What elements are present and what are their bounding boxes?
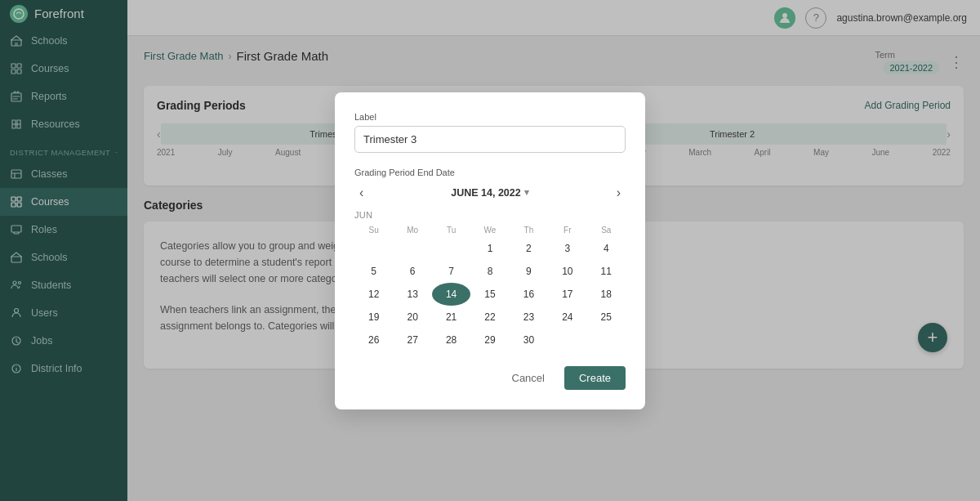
cal-header-mo: Mo — [393, 223, 431, 237]
calendar-day-20[interactable]: 20 — [393, 306, 431, 329]
calendar-day-17[interactable]: 17 — [548, 283, 586, 306]
calendar-day-21[interactable]: 21 — [432, 306, 470, 329]
calendar-day-18[interactable]: 18 — [587, 283, 626, 306]
cal-header-th: Th — [510, 223, 548, 237]
calendar-day-28[interactable]: 28 — [432, 329, 470, 351]
modal-dialog: Label Grading Period End Date ‹ JUNE 14,… — [335, 92, 645, 409]
calendar-day-29[interactable]: 29 — [470, 329, 509, 351]
calendar-day-12[interactable]: 12 — [354, 283, 393, 306]
calendar-month-label: JUNE 14, 2022 ▾ — [451, 187, 528, 199]
calendar-day-19[interactable]: 19 — [354, 306, 393, 329]
cal-header-sa: Sa — [587, 223, 626, 237]
calendar-day-30[interactable]: 30 — [510, 329, 548, 351]
label-input[interactable] — [354, 126, 626, 153]
calendar-day-6[interactable]: 6 — [393, 260, 431, 283]
calendar-day-11[interactable]: 11 — [587, 260, 626, 283]
label-field-label: Label — [354, 112, 626, 122]
create-button[interactable]: Create — [564, 366, 626, 390]
calendar-day-15[interactable]: 15 — [470, 283, 509, 306]
calendar-day-26[interactable]: 26 — [354, 329, 393, 351]
calendar-day-5[interactable]: 5 — [354, 260, 393, 283]
calendar-day-10[interactable]: 10 — [548, 260, 586, 283]
cal-header-we: We — [470, 223, 509, 237]
calendar-day-4[interactable]: 4 — [587, 237, 626, 260]
calendar-header: ‹ JUNE 14, 2022 ▾ › — [354, 184, 626, 202]
calendar-day-14[interactable]: 14 — [432, 283, 470, 306]
calendar-day-empty — [354, 237, 393, 260]
calendar-next-button[interactable]: › — [612, 184, 626, 202]
calendar-day-7[interactable]: 7 — [432, 260, 470, 283]
calendar-day-27[interactable]: 27 — [393, 329, 431, 351]
calendar-day-empty — [393, 237, 431, 260]
calendar-day-25[interactable]: 25 — [587, 306, 626, 329]
calendar-grid: Su Mo Tu We Th Fr Sa 1234567891011121314… — [354, 223, 626, 351]
modal-overlay: Label Grading Period End Date ‹ JUNE 14,… — [0, 0, 980, 501]
grading-period-date-label: Grading Period End Date — [354, 168, 626, 177]
calendar-day-24[interactable]: 24 — [548, 306, 586, 329]
calendar-day-3[interactable]: 3 — [548, 237, 586, 260]
calendar-day-2[interactable]: 2 — [510, 237, 548, 260]
calendar-month-short: JUN — [354, 210, 626, 220]
calendar-day-16[interactable]: 16 — [510, 283, 548, 306]
calendar-day-9[interactable]: 9 — [510, 260, 548, 283]
cal-header-su: Su — [354, 223, 393, 237]
calendar-day-empty — [548, 329, 586, 351]
calendar-day-1[interactable]: 1 — [470, 237, 509, 260]
calendar: ‹ JUNE 14, 2022 ▾ › JUN Su Mo Tu We Th F… — [354, 184, 626, 351]
calendar-day-empty — [432, 237, 470, 260]
cal-header-fr: Fr — [548, 223, 586, 237]
calendar-prev-button[interactable]: ‹ — [354, 184, 368, 202]
cal-header-tu: Tu — [432, 223, 470, 237]
calendar-day-22[interactable]: 22 — [470, 306, 509, 329]
calendar-day-8[interactable]: 8 — [470, 260, 509, 283]
cancel-button[interactable]: Cancel — [501, 366, 556, 390]
calendar-day-empty — [587, 329, 626, 351]
modal-footer: Cancel Create — [354, 366, 626, 390]
calendar-day-13[interactable]: 13 — [393, 283, 431, 306]
calendar-day-23[interactable]: 23 — [510, 306, 548, 329]
